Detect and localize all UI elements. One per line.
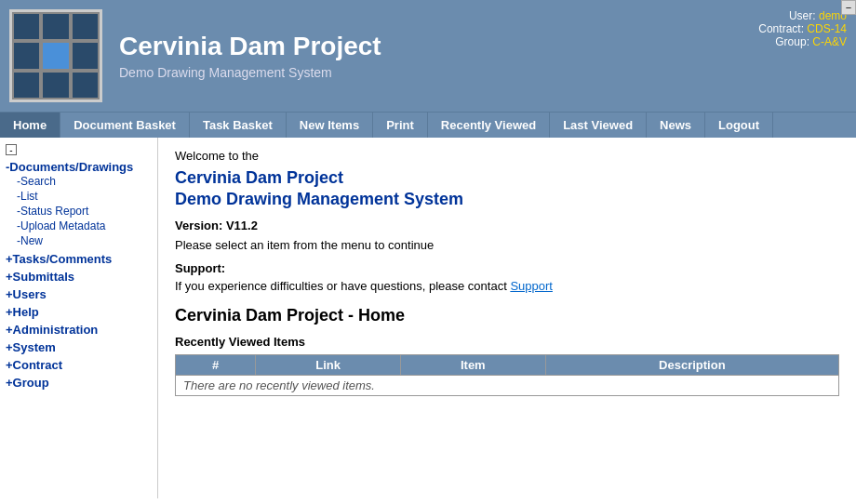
sidebar-section-title-tasks-comments[interactable]: +Tasks/Comments [6,252,152,266]
logo-cell-9 [71,71,100,99]
support-link[interactable]: Support [510,279,553,293]
sidebar-section-title-system[interactable]: +System [6,340,152,354]
welcome-text: Welcome to the [175,149,839,163]
sidebar-section-group: +Group [0,374,157,391]
no-items-row: There are no recently viewed items. [176,376,839,396]
header-subtitle: Demo Drawing Management System [119,65,847,80]
version-text: Version: V11.2 [175,219,839,232]
user-info: User: demo Contract: CDS-14 Group: C-A&V [758,9,847,48]
sidebar-sections: -Documents/Drawings-Search-List-Status R… [0,158,157,391]
header-text: Cervinia Dam Project Demo Drawing Manage… [119,32,847,80]
logo-cell-4 [12,41,41,70]
user-label: User: [789,9,816,22]
nav-item-document-basket[interactable]: Document Basket [60,113,190,138]
user-row: User: demo [758,9,847,22]
support-label: Support: [175,261,839,275]
minimize-button[interactable]: − [841,0,856,15]
contract-row: Contract: CDS-14 [758,22,847,35]
table-body: There are no recently viewed items. [176,376,839,396]
sidebar-section-tasks-comments: +Tasks/Comments [0,250,157,268]
table-header: # Link Item Description [176,355,839,376]
header: Cervinia Dam Project Demo Drawing Manage… [0,0,856,112]
nav-item-last-viewed[interactable]: Last Viewed [550,113,647,138]
no-items-message: There are no recently viewed items. [176,376,839,396]
nav-item-news[interactable]: News [647,113,705,138]
recently-viewed-table: # Link Item Description There are no rec… [175,354,839,396]
group-row: Group: C-A&V [758,35,847,48]
logo-cell-3 [71,12,100,41]
sidebar-toggle[interactable]: - [0,141,157,158]
sidebar-section-title-contract[interactable]: +Contract [6,358,152,372]
nav-item-print[interactable]: Print [373,113,428,138]
sidebar-section-title-users[interactable]: +Users [6,287,152,301]
contract-value[interactable]: CDS-14 [807,22,847,35]
logo [9,9,102,102]
nav-item-task-basket[interactable]: Task Basket [190,113,287,138]
navbar: HomeDocument BasketTask BasketNew ItemsP… [0,112,856,138]
project-subtitle: Demo Drawing Management System [175,190,839,209]
group-value[interactable]: C-A&V [812,35,847,48]
nav-item-new-items[interactable]: New Items [287,113,373,138]
logo-cell-2 [41,12,70,41]
sidebar-sub-item-list[interactable]: -List [6,189,152,204]
main-layout: - -Documents/Drawings-Search-List-Status… [0,138,856,498]
col-item: Item [400,355,545,376]
contract-label: Contract: [758,22,804,35]
recently-viewed-label: Recently Viewed Items [175,335,839,349]
sidebar: - -Documents/Drawings-Search-List-Status… [0,138,158,498]
support-text: If you experience difficulties or have q… [175,279,510,293]
sidebar-section-title-documents-drawings[interactable]: -Documents/Drawings [6,160,152,174]
project-title: Cervinia Dam Project [175,168,839,188]
toggle-box[interactable]: - [6,144,17,155]
sidebar-sub-item-new[interactable]: -New [6,233,152,248]
content-area: Welcome to the Cervinia Dam Project Demo… [158,138,856,498]
col-description: Description [545,355,838,376]
logo-cell-1 [12,12,41,41]
logo-cell-6 [71,41,100,70]
sidebar-section-title-help[interactable]: +Help [6,305,152,319]
nav-item-recently-viewed[interactable]: Recently Viewed [428,113,550,138]
sidebar-section-title-administration[interactable]: +Administration [6,323,152,337]
home-title: Cervinia Dam Project - Home [175,306,839,325]
sidebar-section-contract: +Contract [0,356,157,374]
sidebar-section-system: +System [0,338,157,356]
sidebar-section-help: +Help [0,303,157,321]
sidebar-section-title-group[interactable]: +Group [6,376,152,390]
sidebar-sub-item-status-report[interactable]: -Status Report [6,204,152,219]
table-header-row: # Link Item Description [176,355,839,376]
sidebar-section-submittals: +Submittals [0,268,157,285]
logo-cell-8 [41,71,70,99]
sidebar-sub-item-search[interactable]: -Search [6,174,152,189]
sidebar-section-documents-drawings: -Documents/Drawings-Search-List-Status R… [0,158,157,250]
col-link: Link [256,355,401,376]
group-label: Group: [775,35,809,48]
sidebar-section-title-submittals[interactable]: +Submittals [6,270,152,284]
header-title: Cervinia Dam Project [119,32,847,61]
sidebar-sub-item-upload-metadata[interactable]: -Upload Metadata [6,219,152,233]
sidebar-section-users: +Users [0,285,157,303]
nav-item-logout[interactable]: Logout [705,113,773,138]
select-message: Please select an item from the menu to c… [175,238,839,252]
logo-cell-5 [41,41,70,70]
support-message: If you experience difficulties or have q… [175,279,839,293]
col-number: # [176,355,256,376]
sidebar-section-administration: +Administration [0,321,157,338]
logo-cell-7 [12,71,41,99]
nav-item-home[interactable]: Home [0,113,60,138]
